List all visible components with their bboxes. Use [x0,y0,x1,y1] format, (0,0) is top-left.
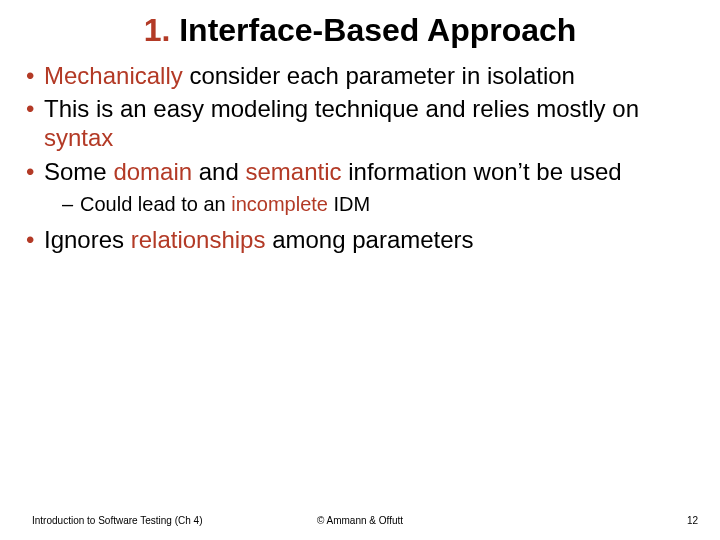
text: IDM [328,193,370,215]
sub-list: Could lead to an incomplete IDM [44,192,698,217]
slide: 1. Interface-Based Approach Mechanically… [0,0,720,540]
footer-left: Introduction to Software Testing (Ch 4) [32,515,202,526]
text: and [192,158,245,185]
title-text: Interface-Based Approach [170,12,576,48]
highlight: domain [113,158,192,185]
highlight: syntax [44,124,113,151]
text: information won’t be used [342,158,622,185]
list-item: Ignores relationships among parameters [22,225,698,254]
title-number: 1. [144,12,171,48]
highlight: semantic [245,158,341,185]
highlight: relationships [131,226,266,253]
text: Some [44,158,113,185]
footer-center: © Ammann & Offutt [317,515,403,526]
list-item: Mechanically consider each parameter in … [22,61,698,90]
slide-body: Mechanically consider each parameter in … [0,49,720,254]
list-item: Some domain and semantic information won… [22,157,698,217]
highlight: Mechanically [44,62,183,89]
text: consider each parameter in isolation [183,62,575,89]
list-item: This is an easy modeling technique and r… [22,94,698,153]
text: Could lead to an [80,193,231,215]
slide-title: 1. Interface-Based Approach [0,0,720,49]
highlight: incomplete [231,193,328,215]
text: This is an easy modeling technique and r… [44,95,639,122]
footer-page-number: 12 [687,515,698,526]
text: among parameters [265,226,473,253]
list-item: Could lead to an incomplete IDM [62,192,698,217]
bullet-list: Mechanically consider each parameter in … [22,61,698,254]
text: Ignores [44,226,131,253]
